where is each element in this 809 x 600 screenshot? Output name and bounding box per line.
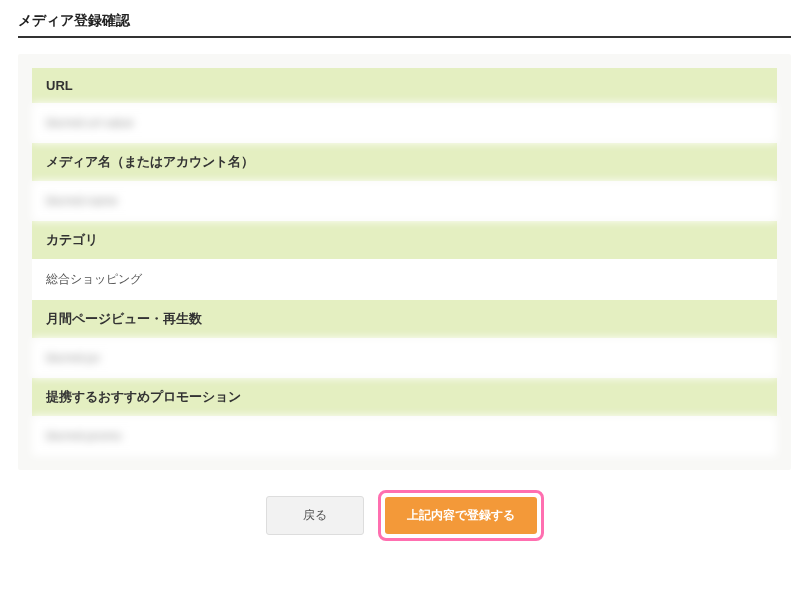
field-value-category: 総合ショッピング [32,259,777,300]
field-value-media-name: blurred-name [32,181,777,221]
field-label-category: カテゴリ [32,221,777,259]
field-value-pageviews: blurred-pv [32,338,777,378]
confirmation-card: URL blurred-url-value メディア名（またはアカウント名） b… [18,54,791,470]
field-label-media-name: メディア名（またはアカウント名） [32,143,777,181]
field-value-url: blurred-url-value [32,103,777,143]
field-value-promotion: blurred-promo [32,416,777,456]
field-label-promotion: 提携するおすすめプロモーション [32,378,777,416]
back-button[interactable]: 戻る [266,496,364,535]
field-label-url: URL [32,68,777,103]
field-label-pageviews: 月間ページビュー・再生数 [32,300,777,338]
submit-button-highlight: 上記内容で登録する [378,490,544,541]
submit-button[interactable]: 上記内容で登録する [385,497,537,534]
page-title: メディア登録確認 [18,12,791,38]
button-row: 戻る 上記内容で登録する [18,490,791,541]
